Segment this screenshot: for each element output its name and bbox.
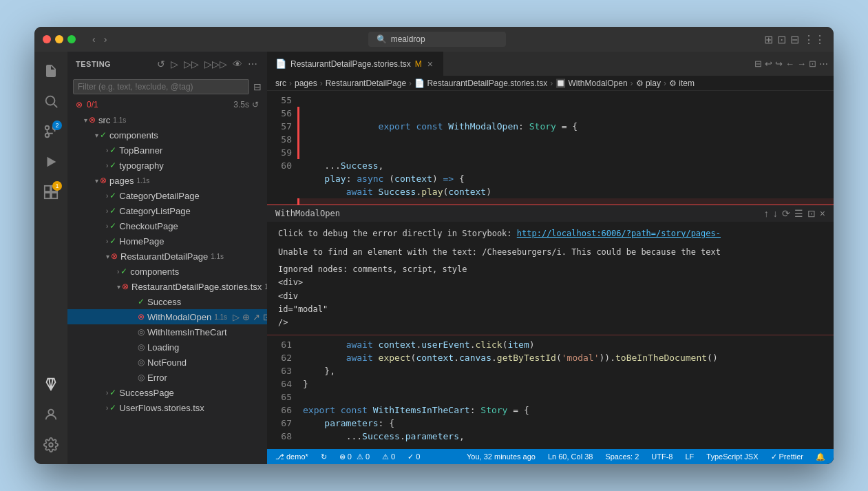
- info-count[interactable]: ⚠ 0: [379, 452, 398, 461]
- tree-item-components-sub[interactable]: › ✓ components: [67, 264, 267, 279]
- go-to-test-button[interactable]: ↗: [253, 312, 260, 322]
- close-button[interactable]: [43, 35, 51, 43]
- split-editor-button[interactable]: ⊟: [754, 59, 762, 69]
- tab-RestaurantDetailPage-stories[interactable]: 📄 RestaurantDetailPage.stories.tsx M ×: [267, 52, 443, 76]
- testing-activity-icon[interactable]: [37, 370, 65, 398]
- notifications-bell[interactable]: 🔔: [813, 452, 828, 461]
- debug-test-button[interactable]: ⊕: [242, 312, 250, 322]
- layout-button-2[interactable]: ⊡: [777, 33, 786, 46]
- tree-item-WithItemsInTheCart[interactable]: ◎ WithItemsInTheCart: [67, 324, 267, 339]
- watch-button[interactable]: 👁: [231, 57, 244, 71]
- storybook-link[interactable]: http://localhost:6006/?path=/story/pages…: [517, 229, 721, 238]
- run-tests-button3[interactable]: ▷▷▷: [203, 57, 229, 71]
- run-tests-button2[interactable]: ▷▷: [182, 57, 200, 71]
- open-changes-button[interactable]: ⊡: [809, 59, 816, 69]
- svg-rect-8: [52, 193, 57, 198]
- tree-item-typography[interactable]: › ✓ typography: [67, 158, 267, 173]
- bell-icon: 🔔: [816, 452, 825, 461]
- settings-activity-icon[interactable]: [37, 431, 65, 459]
- more-tab-actions-button[interactable]: ⋯: [819, 59, 828, 69]
- tree-item-Error[interactable]: ◎ Error: [67, 370, 267, 385]
- more-actions-button[interactable]: ⋯: [246, 57, 259, 71]
- run-single-test-button[interactable]: ▷: [233, 312, 240, 322]
- split-view-button[interactable]: ⊡: [807, 208, 816, 219]
- accounts-activity-icon[interactable]: [37, 401, 65, 428]
- tree-item-Success[interactable]: ✓ Success: [67, 294, 267, 309]
- test-pass-count[interactable]: ✓ 0: [405, 452, 423, 461]
- search-activity-icon[interactable]: [37, 87, 65, 115]
- nav-next-button[interactable]: →: [797, 59, 806, 69]
- tab-actions: ⊟ ↩ ↪ ← → ⊡ ⋯: [754, 59, 834, 69]
- cursor-position[interactable]: Ln 60, Col 38: [545, 452, 595, 461]
- forward-button[interactable]: ›: [101, 32, 110, 46]
- run-debug-activity-icon[interactable]: [37, 148, 65, 176]
- source-control-activity-icon[interactable]: 2: [37, 118, 65, 145]
- indentation[interactable]: Spaces: 2: [602, 452, 642, 461]
- tree-item-RestaurantDetailPage[interactable]: ▾ ⊗ RestaurantDetailPage 1.1s: [67, 249, 267, 264]
- list-view-button[interactable]: ☰: [794, 208, 803, 219]
- tab-close-button[interactable]: ×: [426, 59, 434, 70]
- redo-button[interactable]: ↪: [775, 59, 783, 69]
- search-box[interactable]: 🔍: [368, 32, 506, 47]
- scroll-down-button[interactable]: ↓: [773, 208, 778, 219]
- pass-icon-cdp: ✓: [109, 191, 116, 200]
- refresh-icon[interactable]: ↺: [252, 100, 259, 109]
- back-button[interactable]: ‹: [89, 32, 98, 46]
- breadcrumb-play[interactable]: ⚙ play: [636, 79, 661, 88]
- tree-item-pages[interactable]: ▾ ⊗ pages 1.1s: [67, 173, 267, 188]
- sync-button[interactable]: ↻: [318, 452, 330, 461]
- tree-item-components[interactable]: ▾ ✓ components: [67, 127, 267, 143]
- errors-warnings[interactable]: ⊗ 0 ⚠ 0: [337, 452, 372, 461]
- language-mode[interactable]: TypeScript JSX: [703, 452, 761, 461]
- tree-item-HomePage[interactable]: › ✓ HomePage: [67, 233, 267, 249]
- tree-label-WithItemsInTheCart: WithItemsInTheCart: [147, 327, 227, 337]
- run-all-tests-button[interactable]: ▷: [169, 57, 180, 71]
- files-activity-icon[interactable]: [37, 57, 65, 85]
- branch-indicator[interactable]: ⎇ demo*: [273, 452, 311, 461]
- filter-icon[interactable]: ⊟: [253, 81, 262, 92]
- breadcrumb-file[interactable]: 📄 RestaurantDetailPage.stories.tsx: [414, 79, 547, 88]
- tree-label-CheckoutPage: CheckoutPage: [119, 221, 178, 231]
- prettier-status[interactable]: ✓ Prettier: [768, 452, 806, 461]
- tree-item-SuccessPage[interactable]: › ✓ SuccessPage: [67, 385, 267, 400]
- code-line-63: },: [297, 364, 834, 377]
- history-button[interactable]: ⟳: [782, 208, 790, 219]
- git-blame[interactable]: You, 32 minutes ago: [464, 452, 538, 461]
- tree-item-TopBanner[interactable]: › ✓ TopBanner: [67, 143, 267, 158]
- line-ending[interactable]: LF: [682, 452, 697, 461]
- search-input[interactable]: [391, 34, 494, 44]
- language-mode-text: TypeScript JSX: [706, 452, 758, 461]
- scroll-up-button[interactable]: ↑: [764, 208, 769, 219]
- chevron-right-icon: ›: [106, 192, 108, 200]
- code-editor-top: 55 56 57 58 59 60 export const WithModal…: [267, 91, 834, 205]
- layout-button-1[interactable]: ⊞: [764, 33, 773, 46]
- tree-item-CategoryDetailPage[interactable]: › ✓ CategoryDetailPage: [67, 188, 267, 203]
- breadcrumb-rdp[interactable]: RestaurantDetailPage: [326, 79, 406, 88]
- tree-item-WithModalOpen[interactable]: ⊗ WithModalOpen 1.1s ▷ ⊕ ↗ ⊡ 👁: [67, 309, 267, 324]
- breadcrumb-src[interactable]: src: [275, 79, 286, 88]
- close-panel-button[interactable]: ×: [820, 208, 825, 219]
- undo-button[interactable]: ↩: [765, 59, 772, 69]
- nav-prev-button[interactable]: ←: [785, 59, 794, 69]
- tree-item-UserFlows[interactable]: › ✓ UserFlows.stories.tsx: [67, 400, 267, 415]
- minimize-button[interactable]: [55, 35, 63, 43]
- breadcrumb-item[interactable]: ⚙ item: [669, 79, 695, 88]
- chevron-down-icon: ▾: [117, 283, 120, 291]
- maximize-button[interactable]: [67, 35, 76, 43]
- encoding[interactable]: UTF-8: [648, 452, 675, 461]
- git-branch-icon: ⎇: [275, 452, 284, 461]
- refresh-tests-button[interactable]: ↺: [156, 57, 167, 71]
- tree-item-NotFound[interactable]: ◎ NotFound: [67, 355, 267, 370]
- layout-button-3[interactable]: ⊟: [790, 33, 799, 46]
- tree-item-stories[interactable]: ▾ ⊗ RestaurantDetailPage.stories.tsx 1.1…: [67, 279, 267, 294]
- filter-input[interactable]: [73, 79, 249, 94]
- code-line-64: }: [297, 377, 834, 390]
- tree-item-CheckoutPage[interactable]: › ✓ CheckoutPage: [67, 218, 267, 233]
- tree-item-Loading[interactable]: ◎ Loading: [67, 339, 267, 355]
- breadcrumb-story[interactable]: 🔲 WithModalOpen: [555, 79, 627, 88]
- tree-item-CategoryListPage[interactable]: › ✓ CategoryListPage: [67, 203, 267, 218]
- layout-button-4[interactable]: ⋮⋮: [803, 33, 825, 46]
- extensions-activity-icon[interactable]: 1: [37, 178, 65, 206]
- breadcrumb-pages[interactable]: pages: [295, 79, 317, 88]
- tree-item-src[interactable]: ▾ ⊗ src 1.1s: [67, 112, 267, 127]
